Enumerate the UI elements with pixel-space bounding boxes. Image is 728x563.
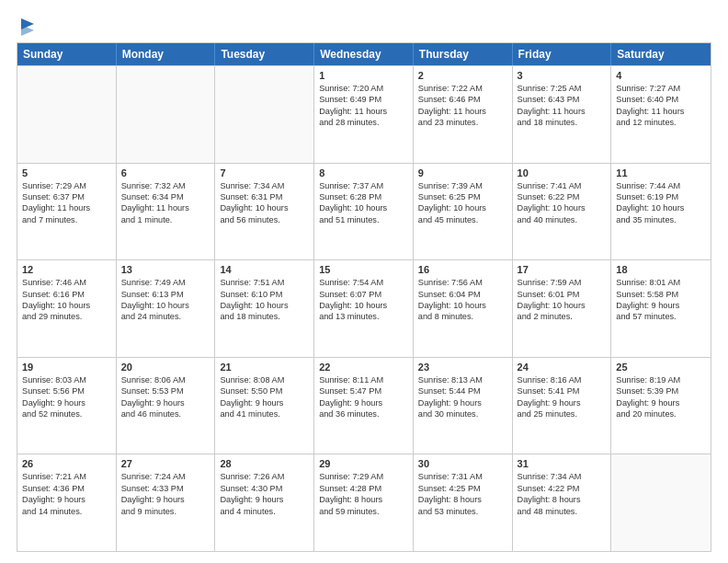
day-cell-27: 27Sunrise: 7:24 AMSunset: 4:33 PMDayligh… [117, 454, 216, 551]
day-info-line: Daylight: 10 hours [418, 300, 507, 311]
day-info-line: and 4 minutes. [220, 506, 309, 517]
calendar-row-0: 1Sunrise: 7:20 AMSunset: 6:49 PMDaylight… [17, 65, 711, 163]
day-info-line: Sunset: 4:30 PM [220, 483, 309, 494]
day-cell-2: 2Sunrise: 7:22 AMSunset: 6:46 PMDaylight… [414, 66, 513, 163]
day-cell-25: 25Sunrise: 8:19 AMSunset: 5:39 PMDayligh… [611, 358, 711, 454]
day-info-line: Daylight: 10 hours [319, 300, 408, 311]
day-cell-7: 7Sunrise: 7:34 AMSunset: 6:31 PMDaylight… [215, 164, 314, 260]
day-cell-20: 20Sunrise: 8:06 AMSunset: 5:53 PMDayligh… [117, 358, 216, 454]
day-info-line: Daylight: 10 hours [220, 300, 309, 311]
day-number: 1 [319, 70, 408, 81]
day-info-line: and 14 minutes. [22, 506, 111, 517]
day-cell-29: 29Sunrise: 7:29 AMSunset: 4:28 PMDayligh… [314, 454, 414, 551]
day-info-line: Sunrise: 7:20 AM [319, 83, 408, 94]
day-number: 5 [22, 167, 111, 178]
day-number: 25 [616, 362, 706, 373]
logo-flag-icon [17, 17, 36, 37]
day-info-line: Sunset: 6:28 PM [319, 191, 408, 202]
day-info-line: Daylight: 11 hours [616, 106, 706, 117]
calendar-row-1: 5Sunrise: 7:29 AMSunset: 6:37 PMDaylight… [17, 163, 711, 260]
day-info-line: Daylight: 10 hours [220, 202, 309, 213]
day-cell-21: 21Sunrise: 8:08 AMSunset: 5:50 PMDayligh… [215, 358, 314, 454]
day-info-line: Daylight: 9 hours [319, 397, 408, 408]
day-info-line: Sunset: 4:36 PM [22, 483, 111, 494]
weekday-header-sunday: Sunday [17, 43, 117, 65]
day-number: 19 [22, 362, 111, 373]
day-info-line: Sunrise: 7:49 AM [121, 277, 210, 288]
day-info-line: Daylight: 11 hours [518, 106, 607, 117]
day-info-line: and 52 minutes. [22, 408, 111, 419]
empty-cell-0-0 [17, 66, 117, 163]
header [17, 17, 711, 33]
day-info-line: Daylight: 9 hours [220, 397, 309, 408]
day-info-line: and 12 minutes. [616, 117, 706, 128]
day-info-line: Sunrise: 7:25 AM [518, 83, 607, 94]
day-info-line: Daylight: 9 hours [616, 397, 706, 408]
day-info-line: Sunset: 6:10 PM [220, 289, 309, 300]
day-info-line: Sunset: 6:16 PM [22, 289, 111, 300]
day-info-line: Daylight: 9 hours [418, 397, 507, 408]
day-cell-16: 16Sunrise: 7:56 AMSunset: 6:04 PMDayligh… [414, 260, 513, 357]
day-info-line: Sunrise: 8:11 AM [319, 374, 408, 385]
day-cell-4: 4Sunrise: 7:27 AMSunset: 6:40 PMDaylight… [611, 66, 711, 163]
empty-cell-0-1 [117, 66, 216, 163]
day-cell-18: 18Sunrise: 8:01 AMSunset: 5:58 PMDayligh… [611, 260, 711, 357]
day-info-line: Daylight: 9 hours [121, 397, 210, 408]
day-info-line: and 28 minutes. [319, 117, 408, 128]
weekday-header-wednesday: Wednesday [314, 43, 414, 65]
day-info-line: Daylight: 11 hours [319, 106, 408, 117]
day-info-line: Sunrise: 8:03 AM [22, 374, 111, 385]
weekday-header-saturday: Saturday [611, 43, 711, 65]
day-info-line: Sunrise: 7:22 AM [418, 83, 507, 94]
page: SundayMondayTuesdayWednesdayThursdayFrid… [0, 0, 728, 563]
day-cell-12: 12Sunrise: 7:46 AMSunset: 6:16 PMDayligh… [17, 260, 117, 357]
day-number: 31 [518, 458, 607, 469]
day-number: 18 [616, 264, 706, 275]
day-cell-6: 6Sunrise: 7:32 AMSunset: 6:34 PMDaylight… [117, 164, 216, 260]
day-number: 2 [418, 70, 507, 81]
day-info-line: Sunrise: 8:01 AM [616, 277, 706, 288]
day-info-line: Daylight: 10 hours [319, 202, 408, 213]
day-number: 3 [518, 70, 607, 81]
day-cell-11: 11Sunrise: 7:44 AMSunset: 6:19 PMDayligh… [611, 164, 711, 260]
day-info-line: Sunset: 5:41 PM [518, 385, 607, 396]
day-cell-5: 5Sunrise: 7:29 AMSunset: 6:37 PMDaylight… [17, 164, 117, 260]
day-cell-19: 19Sunrise: 8:03 AMSunset: 5:56 PMDayligh… [17, 358, 117, 454]
day-number: 24 [518, 362, 607, 373]
day-cell-15: 15Sunrise: 7:54 AMSunset: 6:07 PMDayligh… [314, 260, 414, 357]
day-info-line: and 30 minutes. [418, 408, 507, 419]
day-info-line: Sunset: 6:01 PM [518, 289, 607, 300]
day-info-line: Daylight: 10 hours [518, 300, 607, 311]
empty-cell-4-6 [611, 454, 711, 551]
day-number: 23 [418, 362, 507, 373]
day-info-line: Sunset: 4:22 PM [518, 483, 607, 494]
day-info-line: Sunset: 5:39 PM [616, 385, 706, 396]
day-number: 29 [319, 458, 408, 469]
day-cell-1: 1Sunrise: 7:20 AMSunset: 6:49 PMDaylight… [314, 66, 414, 163]
day-number: 7 [220, 167, 309, 178]
day-info-line: and 36 minutes. [319, 408, 408, 419]
day-number: 17 [518, 264, 607, 275]
day-info-line: and 51 minutes. [319, 214, 408, 225]
day-info-line: Daylight: 10 hours [518, 202, 607, 213]
day-info-line: Sunrise: 7:34 AM [518, 471, 607, 482]
day-cell-14: 14Sunrise: 7:51 AMSunset: 6:10 PMDayligh… [215, 260, 314, 357]
day-info-line: Sunrise: 7:39 AM [418, 180, 507, 191]
day-number: 11 [616, 167, 706, 178]
day-info-line: Sunrise: 7:24 AM [121, 471, 210, 482]
day-info-line: Sunrise: 7:29 AM [319, 471, 408, 482]
day-number: 30 [418, 458, 507, 469]
day-info-line: Sunset: 5:44 PM [418, 385, 507, 396]
weekday-header-monday: Monday [117, 43, 216, 65]
calendar-header: SundayMondayTuesdayWednesdayThursdayFrid… [17, 43, 711, 65]
day-cell-10: 10Sunrise: 7:41 AMSunset: 6:22 PMDayligh… [513, 164, 612, 260]
day-info-line: and 13 minutes. [319, 311, 408, 322]
calendar-row-2: 12Sunrise: 7:46 AMSunset: 6:16 PMDayligh… [17, 259, 711, 357]
day-info-line: Sunset: 6:31 PM [220, 191, 309, 202]
day-info-line: Sunset: 6:22 PM [518, 191, 607, 202]
day-info-line: Sunset: 6:19 PM [616, 191, 706, 202]
day-cell-13: 13Sunrise: 7:49 AMSunset: 6:13 PMDayligh… [117, 260, 216, 357]
day-info-line: and 45 minutes. [418, 214, 507, 225]
day-cell-28: 28Sunrise: 7:26 AMSunset: 4:30 PMDayligh… [215, 454, 314, 551]
day-info-line: Sunrise: 7:34 AM [220, 180, 309, 191]
